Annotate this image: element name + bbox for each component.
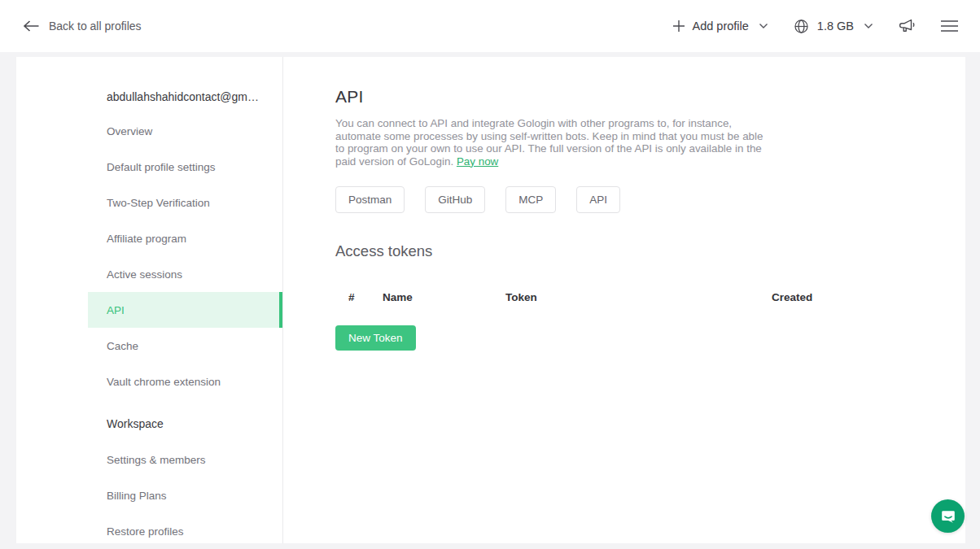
sidebar-item-two-step-verification[interactable]: Two-Step Verification: [88, 185, 282, 220]
sidebar-item-vault-chrome-extension[interactable]: Vault chrome extension: [88, 364, 282, 399]
plus-icon: [672, 20, 685, 33]
back-arrow-icon: [23, 20, 39, 32]
sidebar-item-cache[interactable]: Cache: [88, 328, 282, 364]
new-token-button[interactable]: New Token: [335, 325, 416, 351]
back-label: Back to all profiles: [49, 20, 142, 33]
settings-panel: abdullahshahidcontact@gm… Overview Defau…: [16, 57, 965, 543]
topbar: Back to all profiles Add profile 1.8 GB: [0, 0, 980, 52]
chat-icon: [939, 508, 957, 525]
sidebar-item-settings-members[interactable]: Settings & members: [88, 442, 282, 477]
sidebar-item-api[interactable]: API: [88, 292, 282, 328]
sidebar-item-affiliate-program[interactable]: Affiliate program: [88, 220, 282, 256]
api-resource-buttons: Postman GitHub MCP API: [335, 186, 965, 213]
megaphone-icon: [898, 18, 916, 34]
tokens-column-created: Created: [772, 291, 965, 303]
github-button[interactable]: GitHub: [425, 186, 485, 213]
sidebar-item-default-profile-settings[interactable]: Default profile settings: [88, 149, 282, 185]
traffic-usage-label: 1.8 GB: [817, 20, 854, 33]
chat-widget-button[interactable]: [931, 499, 965, 533]
access-tokens-title: Access tokens: [335, 242, 965, 260]
announcements-button[interactable]: [898, 18, 916, 34]
sidebar-item-active-sessions[interactable]: Active sessions: [88, 256, 282, 292]
chevron-down-icon: [864, 23, 873, 29]
back-to-profiles-button[interactable]: Back to all profiles: [23, 20, 142, 33]
traffic-usage-dropdown[interactable]: 1.8 GB: [793, 18, 873, 35]
main-content: API You can connect to API and integrate…: [283, 57, 965, 543]
topbar-actions: Add profile 1.8 GB: [672, 18, 959, 35]
pay-now-link[interactable]: Pay now: [457, 155, 498, 168]
sidebar-item-billing-plans[interactable]: Billing Plans: [88, 477, 282, 513]
tokens-table-header: # Name Token Created: [335, 291, 965, 303]
sidebar-account-email: abdullahshahidcontact@gm…: [88, 81, 282, 113]
add-profile-label: Add profile: [693, 20, 749, 33]
api-description-text: You can connect to API and integrate Gol…: [335, 117, 763, 168]
sidebar-item-restore-profiles[interactable]: Restore profiles: [88, 513, 282, 549]
api-description: You can connect to API and integrate Gol…: [335, 117, 775, 168]
chevron-down-icon: [759, 23, 768, 29]
tokens-column-token: Token: [505, 291, 772, 303]
globe-icon: [793, 18, 810, 35]
menu-button[interactable]: [940, 20, 959, 33]
tokens-column-number: #: [348, 291, 383, 303]
add-profile-button[interactable]: Add profile: [672, 20, 768, 33]
sidebar-item-overview[interactable]: Overview: [88, 113, 282, 149]
mcp-button[interactable]: MCP: [505, 186, 556, 213]
sidebar: abdullahshahidcontact@gm… Overview Defau…: [16, 57, 283, 543]
hamburger-icon: [940, 20, 959, 33]
api-button[interactable]: API: [576, 186, 620, 213]
sidebar-section-workspace: Workspace: [88, 406, 282, 442]
page-title: API: [335, 87, 965, 107]
postman-button[interactable]: Postman: [335, 186, 405, 213]
tokens-column-name: Name: [383, 291, 505, 303]
